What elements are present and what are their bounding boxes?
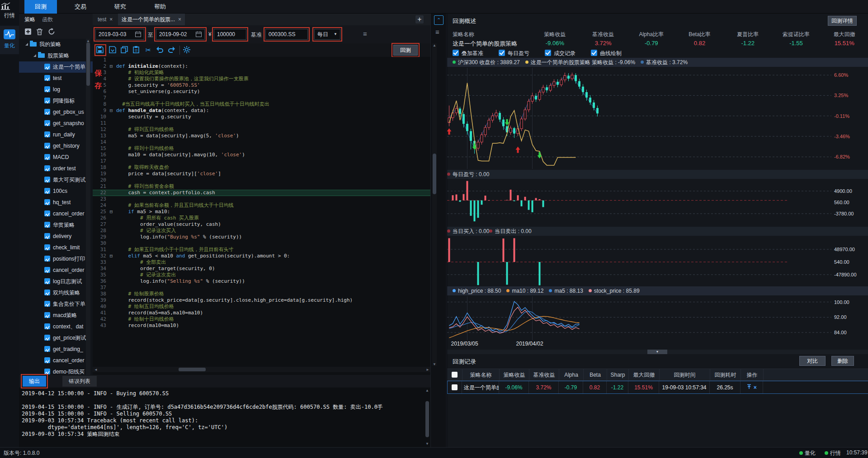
- code-line-28[interactable]: 28 # 记录这次买入: [93, 228, 430, 234]
- code-line-12[interactable]: 12 # 得到五日均线价格: [93, 126, 430, 133]
- paste-icon[interactable]: [132, 46, 141, 54]
- code-line-41[interactable]: 41 record(ma5=ma5,ma10=ma10): [93, 310, 430, 316]
- code-line-22[interactable]: 22 cash = context.portfolio.cash: [93, 190, 430, 196]
- tab-strategy[interactable]: 策略: [24, 16, 35, 23]
- pin-top-icon[interactable]: [746, 384, 752, 391]
- code-line-38[interactable]: 38 # 绘制股票价格: [93, 291, 430, 297]
- toolbar-overflow-icon[interactable]: ≡: [363, 30, 367, 37]
- code-line-1[interactable]: 1: [93, 57, 430, 63]
- code-line-39[interactable]: 39 record(stock_price=data[g.security].c…: [93, 297, 430, 304]
- tree-item-24[interactable]: context、dat: [19, 321, 93, 332]
- settings-gear-icon[interactable]: [183, 46, 191, 54]
- tree-item-16[interactable]: delivery: [19, 231, 93, 242]
- rail-item-market[interactable]: 行情: [0, 0, 19, 19]
- tree-item-2[interactable]: test: [19, 73, 93, 84]
- editor-tab-current[interactable]: 这是一个简单的股票...×: [118, 14, 185, 25]
- option-3[interactable]: 成交记录: [545, 50, 576, 58]
- code-line-30[interactable]: 30: [93, 240, 430, 247]
- tree-item-23[interactable]: macd策略: [19, 310, 93, 321]
- status-market[interactable]: 行情: [825, 449, 841, 457]
- tab-function[interactable]: 函数: [42, 16, 53, 23]
- code-line-40[interactable]: 40 # 绘制五日均线价格: [93, 304, 430, 310]
- code-line-17[interactable]: 17: [93, 158, 430, 164]
- cut-icon[interactable]: ✂: [144, 46, 152, 54]
- code-line-20[interactable]: 20: [93, 177, 430, 183]
- tree-folder-stocks[interactable]: 股票策略: [19, 50, 93, 61]
- close-tab-icon[interactable]: ×: [109, 16, 113, 23]
- cash-input[interactable]: 100000: [214, 29, 246, 40]
- menu-tab-4[interactable]: 帮助: [144, 0, 176, 14]
- row-checkbox[interactable]: [452, 384, 458, 390]
- code-line-6[interactable]: 6 set_universe(g.security): [93, 89, 430, 95]
- code-line-4[interactable]: 4 # 设置我们要操作的股票池，这里我们只操作一支股票: [93, 76, 430, 82]
- code-line-32[interactable]: 32⊟ elif ma5 < ma10 and get_position(sec…: [93, 253, 430, 259]
- overview-chart[interactable]: 6.60%3.25%-0.11%-3.46%-6.82%: [447, 68, 868, 169]
- code-line-25[interactable]: 25⊟ if ma5 > ma10:: [93, 209, 430, 215]
- code-line-42[interactable]: 42 # 绘制十日均线价格: [93, 316, 430, 322]
- code-line-3[interactable]: 3 # 初始化此策略: [93, 70, 430, 76]
- tree-item-7[interactable]: run_daily: [19, 129, 93, 140]
- tab-output[interactable]: 输出: [23, 376, 46, 387]
- tree-item-12[interactable]: 100cs: [19, 186, 93, 197]
- undo-icon[interactable]: [156, 46, 164, 54]
- delete-record-icon[interactable]: ×: [754, 384, 757, 391]
- rail-item-quant[interactable]: 量化: [0, 26, 19, 54]
- frequency-select[interactable]: 每日▼: [314, 29, 340, 40]
- tree-item-6[interactable]: get_snapsho: [19, 118, 93, 129]
- code-line-16[interactable]: 16 ma10 = data[security].mavg(10, 'close…: [93, 152, 430, 158]
- tree-item-1[interactable]: 这是一个简单: [19, 61, 93, 73]
- option-4[interactable]: 曲线绘制: [591, 50, 622, 58]
- tab-error-list[interactable]: 错误列表: [62, 376, 97, 387]
- tree-item-22[interactable]: 集合竞价下单: [19, 299, 93, 310]
- daily-pnl-chart[interactable]: 4900.00560.00-3780.00: [447, 180, 868, 225]
- legend-item-4[interactable]: stock_price : 85.89: [589, 288, 640, 294]
- benchmark-input[interactable]: 000300.SS: [265, 29, 308, 40]
- backtest-detail-button[interactable]: 回测详情: [828, 16, 857, 26]
- legend-item-1[interactable]: high_price : 88.50: [453, 288, 501, 294]
- code-line-8[interactable]: 8 #当五日均线高于十日均线时买入，当五日均线低于十日均线时卖出: [93, 101, 430, 107]
- code-line-18[interactable]: 18 # 取得昨天收盘价: [93, 164, 430, 171]
- code-line-43[interactable]: 43 record(ma10=ma10): [93, 322, 430, 329]
- code-line-33[interactable]: 33 # 全部卖出: [93, 259, 430, 266]
- code-line-15[interactable]: 15 # 得到十日均线价格: [93, 145, 430, 152]
- menu-tab-2[interactable]: 交易: [64, 0, 97, 14]
- select-all-checkbox[interactable]: [452, 372, 458, 378]
- panel-scroll-strip[interactable]: ▼: [447, 350, 868, 354]
- tree-item-9[interactable]: MACD: [19, 152, 93, 163]
- code-line-34[interactable]: 34 order_target(security, 0): [93, 266, 430, 272]
- redo-icon[interactable]: [168, 46, 176, 54]
- code-line-5[interactable]: 5 g.security = '600570.SS': [93, 82, 430, 89]
- tree-item-5[interactable]: get_pbox_us: [19, 107, 93, 118]
- code-line-19[interactable]: 19 price = data[security]['close']: [93, 171, 430, 177]
- legend-item-2[interactable]: 这是一个简单的股票策略 策略收益 : -9.06%: [525, 59, 635, 65]
- tree-item-25[interactable]: get_price测试: [19, 332, 93, 344]
- code-line-9[interactable]: 9⊟def handle_data(context, data):: [93, 107, 430, 114]
- editor-scroll-strip[interactable]: ⌃ ≡ ▲▼: [430, 14, 447, 447]
- code-line-24[interactable]: 24 # 如果当前有余额，并且五日均线大于十日均线: [93, 202, 430, 209]
- expand-panel-button[interactable]: ⌃: [434, 15, 443, 25]
- tree-item-19[interactable]: cancel_order: [19, 265, 93, 276]
- start-date-input[interactable]: 2019-03-03: [95, 29, 144, 40]
- code-line-37[interactable]: 37: [93, 285, 430, 291]
- copy-icon[interactable]: [121, 46, 129, 54]
- tree-item-17[interactable]: check_limit: [19, 242, 93, 253]
- tree-item-21[interactable]: 双均线策略: [19, 287, 93, 299]
- code-line-11[interactable]: 11: [93, 120, 430, 126]
- code-line-7[interactable]: 7: [93, 95, 430, 101]
- run-backtest-button[interactable]: 回测: [393, 45, 418, 56]
- code-line-36[interactable]: 36 log.info("Selling %s" % (security)): [93, 278, 430, 285]
- scroll-down-button[interactable]: ▼: [647, 350, 667, 354]
- status-quant[interactable]: 量化: [799, 449, 816, 457]
- code-line-14[interactable]: 14: [93, 139, 430, 145]
- tree-item-15[interactable]: 华贯策略: [19, 220, 93, 231]
- save-icon[interactable]: [96, 46, 104, 54]
- record-row[interactable]: 这是一个简单的-9.06%3.72%-0.790.82-1.2215.51%19…: [447, 381, 868, 394]
- editor-tab-test[interactable]: test×: [94, 14, 116, 25]
- add-tab-button[interactable]: +: [415, 15, 424, 23]
- legend-item-3[interactable]: 基准收益 : 3.72%: [641, 59, 688, 65]
- save-all-icon[interactable]: [109, 46, 117, 54]
- tree-folder-root[interactable]: 我的策略: [19, 39, 93, 50]
- code-line-2[interactable]: 2⊟def initialize(context):: [93, 63, 430, 70]
- tree-item-14[interactable]: cancel_order: [19, 208, 93, 220]
- tree-item-27[interactable]: cancel_order: [19, 355, 93, 366]
